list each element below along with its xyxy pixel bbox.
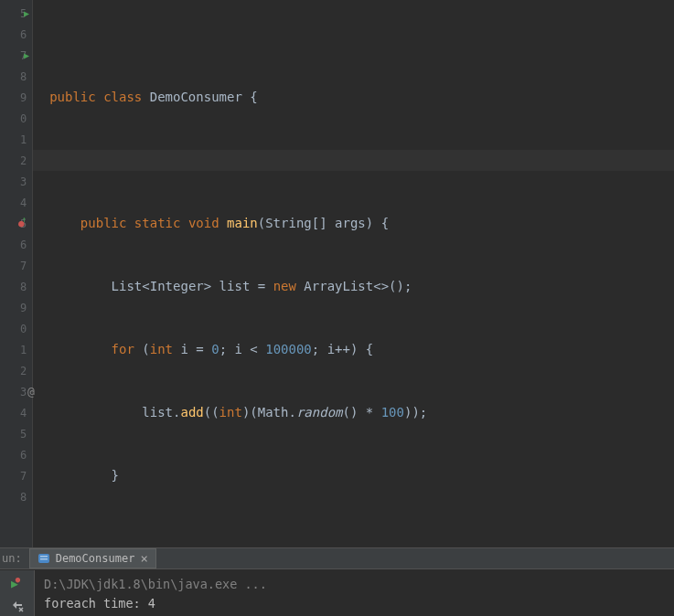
console-command: D:\JDK\jdk1.8\bin\java.exe ... [44,577,267,591]
gutter: 5▶ 6 7▶ 8 9 0 1 2 3 4 5●↑ 6 7 8 9 0 1 2 … [0,0,33,547]
line-number: 4 [14,407,27,420]
line-number: 9 [14,91,27,104]
svg-rect-2 [40,558,48,560]
run-config-tab[interactable]: DemoConsumer × [29,548,156,568]
close-tab-icon[interactable]: × [140,551,147,566]
run-gutter-icon[interactable]: ▶ [24,8,29,18]
line-number: 2 [14,365,27,377]
line-number: 0 [14,323,27,335]
suggest-icon[interactable]: ●↑ [18,218,29,229]
line-number: 6 [14,449,27,462]
java-class-icon [37,552,50,565]
line-number: 8 [14,281,27,293]
svg-rect-1 [40,556,48,558]
line-number: 6 [14,239,27,251]
line-number: 8 [14,491,27,504]
run-panel-label: un: [2,552,22,565]
line-number: 9 [14,302,27,314]
line-number: 6 [14,28,27,41]
console-output[interactable]: D:\JDK\jdk1.8\bin\java.exe ... foreach t… [35,570,674,616]
run-toolbar: ▶● [0,570,35,616]
line-number: 2 [14,154,27,167]
line-number: 8 [14,70,27,83]
line-number: 1 [14,344,27,356]
line-number: 3 [14,386,27,398]
editor-area: 5▶ 6 7▶ 8 9 0 1 2 3 4 5●↑ 6 7 8 9 0 1 2 … [0,0,674,547]
code-editor[interactable]: public class DemoConsumer { public stati… [33,0,674,547]
tab-title: DemoConsumer [56,552,135,565]
line-number: 1 [14,133,27,146]
run-tool-window: un: DemoConsumer × ▶● D:\JDK\jdk1.8\bin\… [0,547,674,616]
stop-button[interactable] [7,598,27,616]
console-stdout: foreach time: 4 [44,596,155,611]
current-line-highlight [33,150,674,171]
line-number: 3 [14,175,27,188]
line-number: 7 [14,470,27,483]
run-tabs-bar: un: DemoConsumer × [0,547,674,569]
line-number: 4 [14,196,27,209]
rerun-button[interactable]: ▶● [7,574,27,592]
line-number: 0 [14,112,27,125]
run-gutter-icon[interactable]: ▶ [24,50,29,60]
line-number: 5 [14,428,27,441]
line-number: 7 [14,260,27,272]
